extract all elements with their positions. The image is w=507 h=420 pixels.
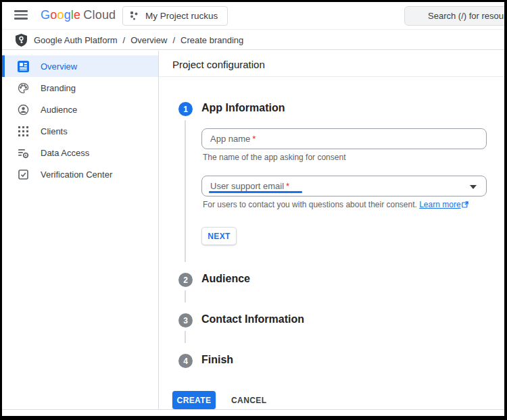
bottom-divider [2, 409, 504, 410]
step-2-circle: 2 [178, 273, 193, 287]
apps-grid-icon [17, 126, 29, 136]
logo-letter: g [64, 8, 71, 22]
sidebar-item-label: Data Access [41, 148, 89, 158]
breadcrumb-item: Create branding [180, 35, 243, 45]
sidebar-item-clients[interactable]: Clients [2, 120, 158, 142]
step-3-circle: 3 [178, 313, 193, 327]
sidebar-item-label: Verification Center [41, 169, 112, 180]
step-1-circle: 1 [178, 102, 193, 116]
sidebar-item-verification-center[interactable]: Verification Center [2, 163, 158, 185]
breadcrumb-separator: / [123, 35, 126, 45]
auth-platform-shield-icon [16, 34, 27, 47]
step-3-connector-line [185, 331, 186, 343]
logo-cloud-text: Cloud [83, 8, 116, 22]
annotation-underline [209, 191, 302, 193]
sidebar-nav: Overview Branding Audi [2, 51, 159, 409]
verification-icon [17, 169, 29, 180]
dropdown-caret-icon[interactable] [470, 185, 477, 189]
hamburger-menu-icon[interactable] [14, 10, 28, 21]
support-email-helper: For users to contact you with questions … [203, 200, 417, 209]
logo-letter: e [74, 8, 80, 22]
breadcrumb-separator: / [172, 35, 175, 45]
title-divider [159, 76, 504, 77]
step-2-title: Audience [201, 273, 250, 285]
breadcrumb: Google Auth Platform / Overview / Create… [2, 30, 504, 50]
cancel-button[interactable]: CANCEL [226, 391, 272, 409]
project-selector-button[interactable]: My Project ruckus [122, 6, 228, 26]
support-email-helper-text: For users to contact you with questions … [203, 200, 468, 210]
sidebar-item-label: Overview [41, 61, 77, 72]
breadcrumb-item[interactable]: Overview [130, 35, 167, 45]
step-1-title: App Information [201, 102, 285, 114]
browser-viewport: GoogleCloud My Project ruckus Search (/)… [0, 0, 507, 420]
sidebar-item-data-access[interactable]: Data Access [2, 142, 158, 163]
app-name-helper-text: The name of the app asking for consent [203, 153, 345, 162]
step-4-circle: 4 [178, 354, 193, 368]
project-name: My Project ruckus [145, 11, 218, 21]
user-support-email-dropdown[interactable]: User support email * [201, 176, 487, 196]
learn-more-link[interactable]: Learn more [419, 200, 460, 209]
logo-letter: o [57, 8, 64, 22]
required-asterisk: * [252, 134, 256, 144]
account-icon [17, 104, 29, 115]
overview-icon [17, 61, 29, 72]
breadcrumb-item[interactable]: Google Auth Platform [34, 35, 118, 45]
page-body: Overview Branding Audi [2, 51, 504, 409]
sidebar-item-branding[interactable]: Branding [2, 77, 158, 99]
main-content: Project configuration 1 App Information … [159, 51, 504, 409]
app-name-label: App name [210, 134, 250, 144]
project-icon [130, 11, 140, 21]
logo-letter: o [50, 8, 57, 22]
page-title: Project configuration [172, 59, 265, 70]
sidebar-item-label: Branding [41, 83, 76, 93]
data-access-icon [17, 147, 29, 159]
palette-icon [17, 82, 29, 94]
required-asterisk: * [286, 181, 289, 191]
sidebar-item-overview[interactable]: Overview [2, 55, 158, 77]
sidebar-item-label: Clients [41, 126, 68, 136]
sidebar-item-label: Audience [41, 105, 77, 115]
app-name-field[interactable]: App name * [201, 128, 487, 149]
create-button[interactable]: CREATE [172, 391, 216, 409]
user-support-email-label: User support email [210, 181, 284, 191]
step-1-connector-line [185, 120, 186, 262]
top-app-bar: GoogleCloud My Project ruckus Search (/)… [2, 2, 504, 30]
step-4-title: Finish [201, 354, 233, 366]
google-cloud-logo[interactable]: GoogleCloud [41, 8, 116, 22]
search-input[interactable]: Search (/) for resources, [404, 6, 507, 26]
step-2-connector-line [185, 290, 186, 303]
logo-letter: G [41, 8, 50, 22]
sidebar-item-audience[interactable]: Audience [2, 99, 158, 120]
external-link-icon [462, 201, 468, 210]
next-button[interactable]: NEXT [201, 227, 237, 245]
step-3-title: Contact Information [201, 313, 304, 325]
